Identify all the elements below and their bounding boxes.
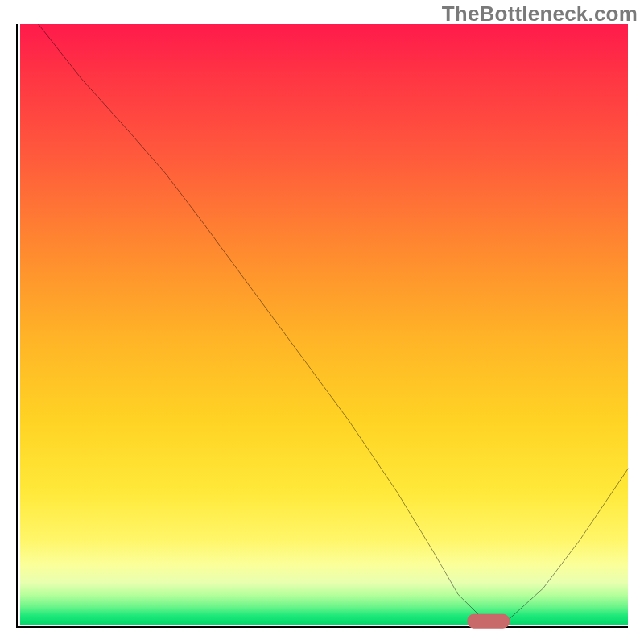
bottleneck-curve bbox=[38, 24, 628, 621]
watermark-text: TheBottleneck.com bbox=[442, 2, 638, 27]
optimal-point-marker bbox=[470, 617, 506, 625]
chart-axes bbox=[16, 24, 628, 628]
chart-plot-area bbox=[20, 24, 629, 625]
